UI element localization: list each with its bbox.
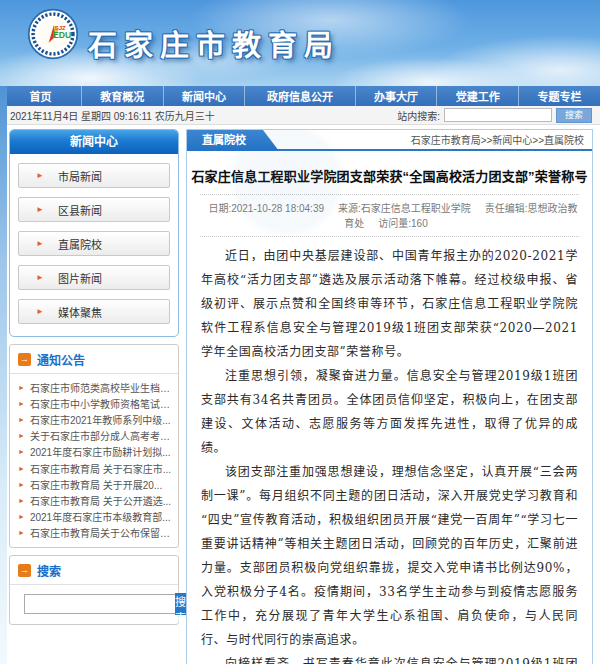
- left-edge-decoration: [0, 86, 7, 664]
- arrow-right-icon: ►: [18, 465, 25, 472]
- notice-list-item[interactable]: ►石家庄市2021年教师系列中级...: [18, 411, 172, 427]
- site-header: SJZ EDU 石家庄市教育局: [0, 0, 600, 86]
- sidebar-search-row: 搜索: [10, 585, 178, 624]
- site-search: 站内搜索: 搜索: [397, 108, 592, 123]
- arrow-right-icon: ►: [36, 205, 44, 214]
- bureau-logo-icon: SJZ EDU: [27, 8, 79, 60]
- page: SJZ EDU 石家庄市教育局 首页 教育概况 新闻中心 政府信息公开 办事大厅…: [0, 0, 600, 664]
- news-center-panel-body: ► 市局新闻 ► 区县新闻 ► 直属院校 ► 图片新闻: [10, 154, 178, 337]
- news-center-panel-title: 新闻中心: [10, 130, 178, 154]
- arrow-right-icon: ►: [36, 171, 44, 180]
- article-paragraph: 注重思想引领，凝聚奋进力量。信息安全与管理2019级1班团支部共有34名共青团员…: [201, 364, 578, 460]
- notice-panel-header: → 通知公告: [10, 345, 178, 374]
- sidebar-item-city-news[interactable]: ► 市局新闻: [18, 163, 170, 188]
- date-bar: 2021年11月4日 星期四 09:16:11 农历九月三十 站内搜索: 搜索: [0, 106, 600, 125]
- article-body: 近日，由团中央基层建设部、中国青年报主办的2020-2021学年高校“活力团支部…: [201, 244, 578, 664]
- notice-list-item[interactable]: ►关于石家庄市部分成人高考考点考...: [18, 428, 172, 444]
- news-center-panel: 新闻中心 ► 市局新闻 ► 区县新闻 ► 直属院校 ►: [9, 129, 179, 337]
- site-title: 石家庄市教育局: [88, 22, 340, 64]
- article-meta: 日期:2021-10-28 18:04:39来源:石家庄信息工程职业学院责任编辑…: [200, 194, 579, 237]
- sidebar-item-label: 市局新闻: [58, 168, 102, 184]
- sidebar-search-input[interactable]: [24, 594, 175, 614]
- tab-affiliated-schools[interactable]: 直属院校: [187, 130, 279, 151]
- notice-list: ►石家庄市师范类高校毕业生档案部... ►石家庄市中小学教师资格笔试疫情... …: [10, 374, 178, 547]
- sidebar-search-header: → 搜索: [10, 556, 178, 585]
- sidebar-item-label: 图片新闻: [58, 270, 102, 286]
- notice-arrow-icon: →: [18, 353, 31, 366]
- sidebar-item-district-news[interactable]: ► 区县新闻: [18, 197, 170, 222]
- nav-item-service-hall[interactable]: 办事大厅: [356, 86, 438, 106]
- article-date: 日期:2021-10-28 18:04:39: [208, 203, 324, 214]
- arrow-right-icon: ►: [18, 497, 25, 504]
- article-visits: 访问量:160: [378, 218, 427, 229]
- arrow-right-icon: ►: [18, 513, 25, 520]
- arrow-right-icon: ►: [36, 273, 44, 282]
- nav-item-gov-info[interactable]: 政府信息公开: [245, 86, 355, 106]
- search-arrow-icon: →: [18, 564, 31, 577]
- notice-list-item[interactable]: ►2021年度石家庄市本级教育部...: [18, 509, 172, 525]
- sidebar-search-button[interactable]: 搜索: [175, 593, 186, 615]
- article-paragraph: 近日，由团中央基层建设部、中国青年报主办的2020-2021学年高校“活力团支部…: [201, 244, 578, 364]
- site-search-button[interactable]: 搜索: [556, 108, 592, 123]
- sidebar: 新闻中心 ► 市局新闻 ► 区县新闻 ► 直属院校 ►: [9, 129, 179, 625]
- article-paragraph: 向榜样看齐，书写青春华章此次信息安全与管理2019级1班团支部成功获评，是软件工…: [201, 652, 578, 664]
- main-nav: 首页 教育概况 新闻中心 政府信息公开 办事大厅 党建工作 专题专栏: [0, 86, 600, 106]
- article-title: 石家庄信息工程职业学院团支部荣获“全国高校活力团支部”荣誉称号: [187, 166, 592, 185]
- nav-item-overview[interactable]: 教育概况: [82, 86, 164, 106]
- sidebar-item-photo-news[interactable]: ► 图片新闻: [18, 265, 170, 290]
- notice-list-item[interactable]: ►石家庄市中小学教师资格笔试疫情...: [18, 395, 172, 411]
- content-panel: 直属院校 石家庄市教育局>>新闻中心>>直属院校 石家庄信息工程职业学院团支部荣…: [186, 129, 593, 664]
- notice-list-item[interactable]: ►石家庄市教育局关于公布保留证明...: [18, 525, 172, 541]
- sidebar-search-title: 搜索: [37, 562, 61, 579]
- arrow-right-icon: ►: [18, 448, 25, 455]
- breadcrumb[interactable]: 石家庄市教育局>>新闻中心>>直属院校: [411, 130, 584, 151]
- svg-text:EDU: EDU: [53, 30, 71, 40]
- notice-list-item[interactable]: ►石家庄市教育局 关于公开遴选...: [18, 492, 172, 508]
- sidebar-item-label: 直属院校: [58, 236, 102, 252]
- site-search-label: 站内搜索:: [397, 108, 440, 123]
- arrow-right-icon: ►: [36, 239, 44, 248]
- article-paragraph: 该团支部注重加强思想建设，理想信念坚定，认真开展“三会两制一课”。每月组织不同主…: [201, 460, 578, 652]
- main-area: 新闻中心 ► 市局新闻 ► 区县新闻 ► 直属院校 ►: [0, 125, 600, 664]
- arrow-right-icon: ►: [18, 529, 25, 536]
- notice-list-item[interactable]: ►石家庄市师范类高校毕业生档案部...: [18, 379, 172, 395]
- notice-panel: → 通知公告 ►石家庄市师范类高校毕业生档案部... ►石家庄市中小学教师资格笔…: [9, 344, 179, 548]
- notice-list-item[interactable]: ►2021年度石家庄市励耕计划拟...: [18, 444, 172, 460]
- content-header: 直属院校 石家庄市教育局>>新闻中心>>直属院校: [187, 130, 592, 151]
- arrow-right-icon: ►: [36, 307, 44, 316]
- sidebar-item-affiliated-schools[interactable]: ► 直属院校: [18, 231, 170, 256]
- nav-item-home[interactable]: 首页: [0, 86, 82, 106]
- arrow-right-icon: ►: [18, 400, 25, 407]
- sidebar-search-panel: → 搜索 搜索: [9, 555, 179, 625]
- nav-item-party-building[interactable]: 党建工作: [437, 86, 519, 106]
- nav-item-special-topics[interactable]: 专题专栏: [519, 86, 600, 106]
- notice-list-item[interactable]: ►石家庄市教育局 关于石家庄市...: [18, 460, 172, 476]
- arrow-right-icon: ►: [18, 416, 25, 423]
- sidebar-item-media-focus[interactable]: ► 媒体聚焦: [18, 299, 170, 324]
- sidebar-item-label: 区县新闻: [58, 202, 102, 218]
- sidebar-item-label: 媒体聚焦: [58, 304, 102, 320]
- arrow-right-icon: ►: [18, 384, 25, 391]
- notice-list-item[interactable]: ►石家庄市教育局 关于开展20...: [18, 476, 172, 492]
- notice-panel-title: 通知公告: [37, 351, 85, 368]
- arrow-right-icon: ►: [18, 432, 25, 439]
- datetime-text: 2021年11月4日 星期四 09:16:11 农历九月三十: [10, 108, 215, 123]
- arrow-right-icon: ►: [18, 481, 25, 488]
- site-search-input[interactable]: [444, 108, 552, 122]
- article-source: 来源:石家庄信息工程职业学院: [338, 203, 471, 214]
- nav-item-news-center[interactable]: 新闻中心: [164, 86, 246, 106]
